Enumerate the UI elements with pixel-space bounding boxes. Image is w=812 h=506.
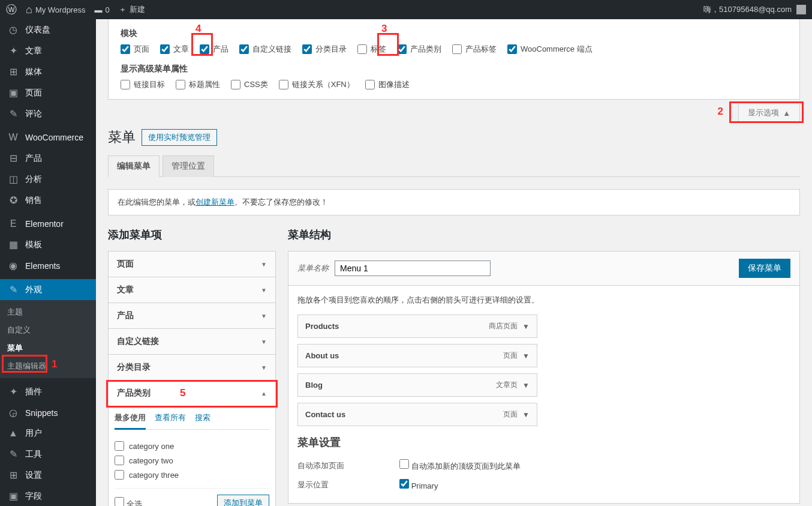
accordion-页面[interactable]: 页面▼ [109, 251, 275, 277]
triangle-down-icon: ▼ [261, 364, 267, 371]
checkbox[interactable] [397, 44, 407, 54]
sidebar-sub-主题编辑器[interactable]: 主题编辑器 [0, 357, 96, 375]
advanced-check-标题属性[interactable]: 标题属性 [176, 79, 220, 90]
checkbox[interactable] [115, 456, 124, 465]
triangle-down-icon[interactable]: ▼ [522, 381, 530, 390]
advanced-check-链接关系（XFN）[interactable]: 链接关系（XFN） [279, 79, 354, 90]
sidebar-sub-主题[interactable]: 主题 [0, 303, 96, 321]
module-check-自定义链接[interactable]: 自定义链接 [239, 44, 291, 55]
module-check-页面[interactable]: 页面 [121, 44, 149, 55]
sidebar-item-媒体[interactable]: ⊞媒体 [0, 61, 96, 82]
sidebar-item-Elements[interactable]: ◉Elements [0, 255, 96, 276]
sidebar-item-插件[interactable]: ✦插件 [0, 381, 96, 402]
triangle-down-icon[interactable]: ▼ [522, 352, 530, 360]
checkbox[interactable] [200, 44, 209, 54]
module-check-分类目录[interactable]: 分类目录 [302, 44, 347, 55]
category-check[interactable]: category three [115, 468, 269, 482]
sidebar-item-产品[interactable]: ⊟产品 [0, 148, 96, 169]
category-label: category one [129, 442, 174, 451]
sidebar-item-文章[interactable]: ✦文章 [0, 40, 96, 61]
sidebar-item-模板[interactable]: ▦模板 [0, 234, 96, 255]
checkbox[interactable] [231, 80, 240, 89]
sidebar-label: 模板 [25, 239, 42, 250]
checkbox[interactable] [365, 80, 375, 89]
sidebar-sub-自定义[interactable]: 自定义 [0, 321, 96, 339]
category-check[interactable]: category one [115, 439, 269, 453]
checkbox[interactable] [302, 44, 312, 54]
checkbox[interactable] [121, 44, 130, 54]
module-check-产品标签[interactable]: 产品标签 [452, 44, 497, 55]
sidebar-item-Snippets[interactable]: ◶Snippets [0, 402, 96, 423]
menu-item[interactable]: About us页面▼ [297, 344, 537, 367]
checkbox[interactable] [399, 459, 409, 469]
site-link[interactable]: ⌂ My Wordpress [26, 4, 85, 16]
sidebar-item-字段[interactable]: ▣字段 [0, 486, 96, 506]
sidebar-item-WooCommerce[interactable]: WWooCommerce [0, 127, 96, 148]
sidebar-item-工具[interactable]: ✎工具 [0, 444, 96, 465]
module-check-标签[interactable]: 标签 [357, 44, 386, 55]
setting-option[interactable]: Primary [399, 479, 438, 490]
accordion-产品类别[interactable]: 产品类别▲ [109, 381, 275, 406]
sidebar-item-销售[interactable]: ✪销售 [0, 190, 96, 211]
setting-option[interactable]: 自动添加新的顶级页面到此菜单 [399, 459, 521, 472]
create-menu-link[interactable]: 创建新菜单 [196, 197, 234, 206]
checkbox[interactable] [357, 44, 367, 54]
accordion-文章[interactable]: 文章▼ [109, 277, 275, 303]
sidebar-item-评论[interactable]: ✎评论 [0, 103, 96, 124]
accordion-自定义链接[interactable]: 自定义链接▼ [109, 329, 275, 354]
tab-编辑菜单[interactable]: 编辑菜单 [108, 155, 160, 177]
checkbox[interactable] [279, 80, 288, 89]
sidebar-item-Elementor[interactable]: EElementor [0, 214, 96, 234]
advanced-check-CSS类[interactable]: CSS类 [231, 79, 268, 90]
menu-item[interactable]: Contact us页面▼ [297, 403, 537, 426]
sidebar-item-分析[interactable]: ◫分析 [0, 169, 96, 190]
sidebar-sub-菜单[interactable]: 菜单 [0, 339, 96, 357]
module-check-WooCommerce 端点[interactable]: WooCommerce 端点 [507, 44, 593, 55]
new-link[interactable]: ＋ 新建 [119, 4, 145, 15]
sidebar-item-外观[interactable]: ✎外观 [0, 279, 96, 300]
checkbox[interactable] [115, 497, 124, 507]
module-check-文章[interactable]: 文章 [160, 44, 189, 55]
sidebar-item-页面[interactable]: ▣页面 [0, 82, 96, 103]
sidebar-item-设置[interactable]: ⊞设置 [0, 465, 96, 486]
screen-options-toggle[interactable]: 显示选项 ▲ [738, 104, 800, 122]
menu-structure-panel: 菜单名称 保存菜单 拖放各个项目到您喜欢的顺序，点击右侧的箭头可进行更详细的设置… [288, 251, 800, 504]
menu-item[interactable]: Products商店页面▼ [297, 315, 537, 338]
menu-name-input[interactable] [335, 261, 491, 276]
account-menu[interactable]: 嗨，510795648@qq.com [703, 4, 806, 15]
checkbox[interactable] [507, 44, 517, 54]
checkbox[interactable] [239, 44, 249, 54]
triangle-down-icon[interactable]: ▼ [522, 411, 530, 419]
checkbox[interactable] [121, 80, 130, 89]
inner-tab-查看所有[interactable]: 查看所有 [155, 412, 186, 429]
add-to-menu-button[interactable]: 添加到菜单 [217, 495, 269, 506]
inner-tab-最多使用[interactable]: 最多使用 [115, 412, 146, 430]
checkbox[interactable] [176, 80, 185, 89]
category-check[interactable]: category two [115, 453, 269, 468]
live-preview-button[interactable]: 使用实时预览管理 [142, 129, 217, 146]
menu-item[interactable]: Blog文章页▼ [297, 373, 537, 397]
check-label: 产品标签 [465, 44, 497, 55]
advanced-check-图像描述[interactable]: 图像描述 [365, 79, 410, 90]
checkbox[interactable] [115, 470, 124, 480]
inner-tab-搜索[interactable]: 搜索 [195, 412, 210, 429]
triangle-down-icon: ▼ [261, 261, 267, 268]
module-check-产品[interactable]: 产品 [200, 44, 228, 55]
sidebar-item-用户[interactable]: ▲用户 [0, 423, 96, 444]
wordpress-icon[interactable]: ⓦ [6, 2, 17, 17]
tab-管理位置[interactable]: 管理位置 [163, 155, 214, 177]
checkbox[interactable] [160, 44, 170, 54]
checkbox[interactable] [115, 441, 124, 451]
checkbox[interactable] [452, 44, 462, 54]
advanced-check-链接目标[interactable]: 链接目标 [121, 79, 165, 90]
comments-link[interactable]: ▬ 0 [94, 5, 109, 14]
module-check-产品类别[interactable]: 产品类别 [397, 44, 441, 55]
sidebar-item-仪表盘[interactable]: ◷仪表盘 [0, 19, 96, 40]
check-label: CSS类 [244, 79, 268, 90]
save-menu-button[interactable]: 保存菜单 [739, 259, 790, 278]
select-all-check[interactable]: 全选 [115, 497, 142, 507]
accordion-产品[interactable]: 产品▼ [109, 303, 275, 328]
accordion-分类目录[interactable]: 分类目录▼ [109, 355, 275, 380]
checkbox[interactable] [399, 479, 409, 489]
triangle-down-icon[interactable]: ▼ [522, 322, 530, 331]
